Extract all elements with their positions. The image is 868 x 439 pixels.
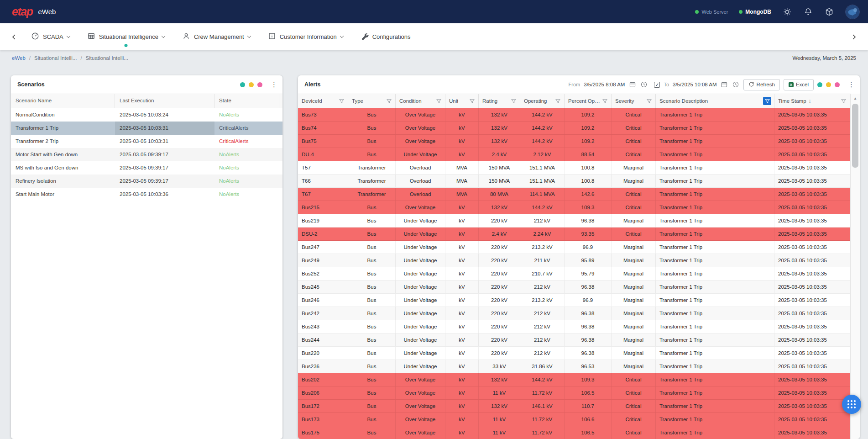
column-header-label: Operating [524, 98, 547, 104]
to-enabled-checkbox[interactable] [654, 82, 660, 88]
kebab-menu-icon[interactable] [848, 80, 854, 89]
filter-icon[interactable] [840, 97, 847, 105]
type-cell: Bus [348, 214, 396, 227]
scenario-row[interactable]: NormalCondition2025-03-05 10:03:24NoAler… [11, 108, 282, 122]
alert-row[interactable]: T57TransformerOverloadMVA150 MVA151.1 MV… [298, 161, 850, 175]
scenarios-column-header[interactable]: Scenario Name [11, 94, 115, 108]
breadcrumb-item-eweb[interactable]: eWeb [12, 55, 26, 61]
yellow-status-dot[interactable] [249, 82, 254, 87]
alert-row[interactable]: Bus175BusOver VoltagekV11 kV11.72 kV106.… [298, 426, 850, 439]
filter-icon[interactable] [385, 97, 392, 105]
from-datetime-value[interactable]: 3/5/2025 8:08 AM [584, 82, 625, 87]
gear-icon[interactable] [782, 7, 792, 17]
nav-item-configurations[interactable]: Configurations [361, 23, 411, 50]
condition-cell: Over Voltage [396, 201, 445, 214]
filter-icon[interactable] [645, 97, 653, 105]
bell-icon[interactable] [803, 7, 813, 17]
scrollbar-thumb[interactable] [852, 104, 858, 168]
scenario-row[interactable]: Transformer 1 Trip2025-03-05 10:03:31Cri… [11, 122, 282, 135]
alert-row[interactable]: Bus74BusOver VoltagekV132 kV144.2 kV109.… [298, 122, 850, 135]
alerts-column-header[interactable]: Rating [479, 94, 520, 108]
apps-launcher-button[interactable] [842, 395, 861, 414]
pink-status-dot[interactable] [257, 82, 262, 87]
alert-row[interactable]: DU-4BusUnder VoltagekV2.4 kV2.12 kV88.54… [298, 148, 850, 161]
alerts-column-header[interactable]: Condition [396, 94, 445, 108]
scenario-description-cell: Transformer 1 Trip [656, 148, 774, 161]
teal-status-dot[interactable] [817, 82, 822, 87]
nav-item-situational-intelligence[interactable]: Situational Intelligence [87, 23, 165, 50]
excel-export-button[interactable]: Excel [784, 79, 814, 90]
nav-item-customer-information[interactable]: Customer Information [268, 23, 343, 50]
filter-icon[interactable] [601, 97, 608, 105]
alerts-column-header[interactable]: Severity [612, 94, 656, 108]
calendar-icon[interactable] [628, 81, 636, 89]
scenario-row[interactable]: MS with Iso and Gen down2025-03-05 09:39… [11, 161, 282, 175]
to-datetime-value[interactable]: 3/5/2025 10:08 AM [673, 82, 717, 87]
filter-icon[interactable] [554, 97, 561, 105]
filter-icon[interactable] [338, 97, 345, 105]
alert-row[interactable]: DSU-2BusUnder VoltagekV2.4 kV2.24 kV93.3… [298, 227, 850, 241]
percent-operating-cell: 96.9 [565, 241, 612, 254]
alerts-column-header[interactable]: DeviceId [298, 94, 348, 108]
alert-row[interactable]: Bus215BusOver VoltagekV132 kV144.2 kV109… [298, 201, 850, 214]
alert-row[interactable]: Bus202BusOver VoltagekV132 kV144.2 kV109… [298, 373, 850, 386]
scenarios-column-header[interactable]: Last Execution [115, 94, 214, 108]
row-filler [279, 108, 282, 122]
type-cell: Bus [348, 267, 396, 280]
alert-row[interactable]: T66TransformerOverloadMVA150 MVA151.1 MV… [298, 175, 850, 188]
filter-icon-active[interactable] [763, 97, 771, 105]
calendar-icon[interactable] [721, 81, 728, 89]
scenario-row[interactable]: Transformer 2 Trip2025-03-05 10:03:31Cri… [11, 135, 282, 148]
chevron-down-icon [162, 34, 165, 37]
alerts-column-header[interactable]: Type [348, 94, 396, 108]
package-icon[interactable] [824, 7, 834, 17]
breadcrumb-item-current[interactable]: Situational Intelli... [86, 55, 128, 61]
alert-row[interactable]: Bus206BusOver VoltagekV11 kV11.72 kV106.… [298, 386, 850, 400]
alerts-column-header[interactable]: Operating [520, 94, 565, 108]
pink-status-dot[interactable] [835, 82, 840, 87]
clock-icon[interactable] [732, 81, 740, 89]
alerts-column-header[interactable]: Unit [445, 94, 479, 108]
filter-icon[interactable] [468, 97, 476, 105]
alert-row[interactable]: Bus252BusUnder VoltagekV220 kV210.7 kV95… [298, 267, 850, 280]
refresh-button[interactable]: Refresh [743, 79, 780, 90]
alert-row[interactable]: Bus75BusOver VoltagekV132 kV144.2 kV109.… [298, 135, 850, 148]
alert-row[interactable]: Bus247BusUnder VoltagekV220 kV213.2 kV96… [298, 241, 850, 254]
alert-row[interactable]: Bus236BusUnder VoltagekV33 kV31.86 kV96.… [298, 360, 850, 373]
alert-row[interactable]: T67TransformerOverloadMVA80 MVA114.1 MVA… [298, 188, 850, 201]
etap-logo[interactable]: etap [12, 5, 32, 18]
filter-icon[interactable] [435, 97, 442, 105]
nav-forward-chevron-icon[interactable] [848, 31, 860, 43]
alert-row[interactable]: Bus219BusUnder VoltagekV220 kV212 kV96.3… [298, 214, 850, 227]
yellow-status-dot[interactable] [826, 82, 831, 87]
alert-row[interactable]: Bus246BusUnder VoltagekV220 kV213.2 kV96… [298, 294, 850, 307]
severity-cell: Marginal [612, 175, 656, 187]
teal-status-dot[interactable] [240, 82, 245, 87]
nav-item-scada[interactable]: SCADA [31, 23, 70, 50]
nav-item-crew-management[interactable]: Crew Management [182, 23, 251, 50]
scenario-row[interactable]: Refinery Isolation2025-03-05 09:39:17NoA… [11, 175, 282, 188]
clock-icon[interactable] [640, 81, 648, 89]
alert-row[interactable]: Bus220BusUnder VoltagekV220 kV212 kV96.3… [298, 347, 850, 360]
alerts-column-header[interactable]: Scenario Description [656, 94, 774, 108]
filter-icon[interactable] [510, 97, 517, 105]
alerts-column-header[interactable]: Percent Ope... [565, 94, 612, 108]
kebab-menu-icon[interactable] [271, 80, 277, 89]
alert-row[interactable]: Bus172BusOver VoltagekV132 kV146.1 kV110… [298, 400, 850, 413]
alert-row[interactable]: Bus73BusOver VoltagekV132 kV144.2 kV109.… [298, 108, 850, 122]
scrollbar-up-arrow-icon[interactable] [851, 94, 860, 103]
scenarios-column-header[interactable]: State [214, 94, 279, 108]
alert-row[interactable]: Bus244BusUnder VoltagekV220 kV212 kV96.3… [298, 333, 850, 347]
scenario-row[interactable]: Start Main Motor2025-03-05 10:03:36NoAle… [11, 188, 282, 201]
nav-back-chevron-icon[interactable] [8, 31, 20, 43]
alert-row[interactable]: Bus245BusUnder VoltagekV220 kV212 kV96.3… [298, 280, 850, 294]
scenario-row[interactable]: Motor Start with Gen down2025-03-05 09:3… [11, 148, 282, 161]
alert-row[interactable]: Bus242BusUnder VoltagekV220 kV212 kV96.3… [298, 307, 850, 320]
alerts-scrollbar[interactable] [850, 94, 860, 439]
alert-row[interactable]: Bus249BusUnder VoltagekV220 kV211 kV95.8… [298, 254, 850, 267]
alert-row[interactable]: Bus173BusOver VoltagekV11 kV11.72 kV106.… [298, 413, 850, 426]
breadcrumb-item-situational[interactable]: Situational Intelli... [34, 55, 77, 61]
alert-row[interactable]: Bus243BusUnder VoltagekV220 kV212 kV96.3… [298, 320, 850, 333]
avatar[interactable] [845, 5, 860, 19]
alerts-column-header[interactable]: Time Stamp↓ [774, 94, 850, 108]
